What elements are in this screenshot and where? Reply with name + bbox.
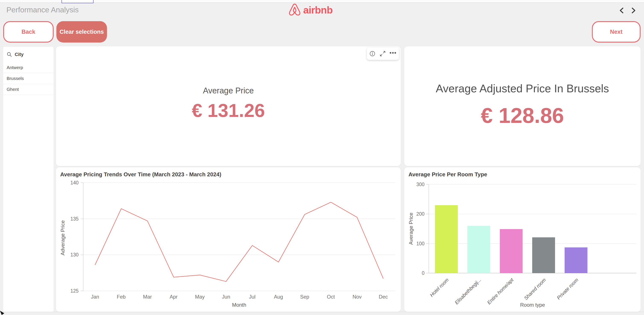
filter-item-list: Antwerp Brussels Ghent [3,62,54,95]
bar-Shared room[interactable] [532,237,555,273]
clear-selections-button[interactable]: Clear selections [56,21,107,43]
svg-text:Room type: Room type [520,302,545,308]
svg-text:100: 100 [416,241,424,246]
pricing-trends-line-chart[interactable]: 125130135140JanFebMarAprMayJunJulAugSepO… [56,167,401,312]
svg-text:Jul: Jul [249,294,256,300]
bar-Entire home/apt[interactable] [500,229,523,273]
more-options-icon[interactable]: ••• [390,53,396,55]
line-chart-card: Average Pricing Trends Over Time (March … [56,167,401,312]
chevron-left-icon[interactable] [618,7,625,14]
svg-text:Nov: Nov [352,294,362,300]
bar-Hotel room[interactable] [435,205,458,273]
svg-text:Sep: Sep [300,294,309,300]
svg-text:Jan: Jan [91,294,99,300]
search-icon[interactable] [6,52,12,57]
svg-text:Mar: Mar [143,294,152,300]
line-chart-y-axis: 125130135140 [70,180,83,294]
city-filter-header[interactable]: City [3,50,54,59]
svg-text:200: 200 [416,211,424,217]
filter-item-brussels[interactable]: Brussels [3,73,54,84]
svg-text:125: 125 [70,288,78,294]
svg-text:Shared room: Shared room [523,277,547,301]
info-icon[interactable] [369,50,376,57]
svg-text:Adverage Price: Adverage Price [60,220,66,255]
kpi-title: Average Price [56,86,401,95]
bar-chart-grid [429,184,636,244]
line-chart-grid [83,183,395,291]
airbnb-logo: airbnb [288,3,333,17]
line-chart-x-axis: JanFebMarAprMayJunJulAugSepOctNovDec [91,294,388,300]
mouse-cursor [0,311,6,315]
bar-chart-bars [435,205,588,273]
dashboard-page: Performance Analysis airbnb Back Clear s… [0,0,644,315]
object-hover-toolbar: ••• [367,48,399,60]
svg-text:300: 300 [416,182,424,187]
svg-text:Jun: Jun [222,294,230,300]
bar-Elisabethbegij...[interactable] [468,226,490,273]
airbnb-belo-icon [288,3,302,17]
svg-text:Elisabethbegij...: Elisabethbegij... [454,277,482,305]
svg-text:May: May [195,294,204,300]
svg-text:Hotel room: Hotel room [429,277,450,298]
svg-text:135: 135 [70,216,78,222]
bar-chart-x-axis: Hotel roomElisabethbegij...Entire home/a… [429,277,579,305]
filter-item-ghent[interactable]: Ghent [3,84,54,95]
next-button[interactable]: Next [592,21,640,43]
kpi-title: Average Adjusted Price In Brussels [404,82,640,95]
expand-icon[interactable] [379,50,386,57]
svg-text:Month: Month [232,302,246,308]
back-button[interactable]: Back [3,21,54,43]
chevron-right-icon[interactable] [630,7,637,14]
svg-text:Apr: Apr [170,294,178,300]
kpi-value: € 128.86 [404,105,640,126]
airbnb-wordmark: airbnb [303,4,333,16]
price-trend-line [95,202,383,281]
svg-text:Average Price: Average Price [408,213,414,245]
svg-text:Oct: Oct [327,294,335,300]
line-chart-series [95,202,383,281]
top-edge-strip [0,0,644,3]
svg-text:Aug: Aug [274,294,283,300]
svg-text:Entire home/apt: Entire home/apt [486,277,514,305]
price-per-room-type-bar-chart[interactable]: 0100200300Hotel roomElisabethbegij...Ent… [404,167,640,312]
kpi-card-adjusted-price-brussels: Average Adjusted Price In Brussels € 128… [404,46,640,166]
svg-text:Private room: Private room [556,277,580,301]
svg-text:Feb: Feb [117,294,126,300]
filter-item-antwerp[interactable]: Antwerp [3,62,54,73]
kpi-value: € 131.26 [56,101,401,120]
filter-title: City [15,52,24,57]
focused-element-outline [62,0,94,3]
svg-text:Dec: Dec [379,294,388,300]
svg-text:140: 140 [70,180,78,185]
bar-Private room[interactable] [564,247,588,273]
svg-text:0: 0 [422,270,424,276]
city-filter-listbox: City Antwerp Brussels Ghent [3,47,54,312]
bar-chart-card: Average Price Per Room Type 0100200300Ho… [404,167,640,312]
bottom-edge-bar [0,312,644,315]
sheet-title: Performance Analysis [6,6,78,14]
kpi-card-average-price: Average Price € 131.26 [56,46,401,166]
svg-text:130: 130 [70,252,78,257]
